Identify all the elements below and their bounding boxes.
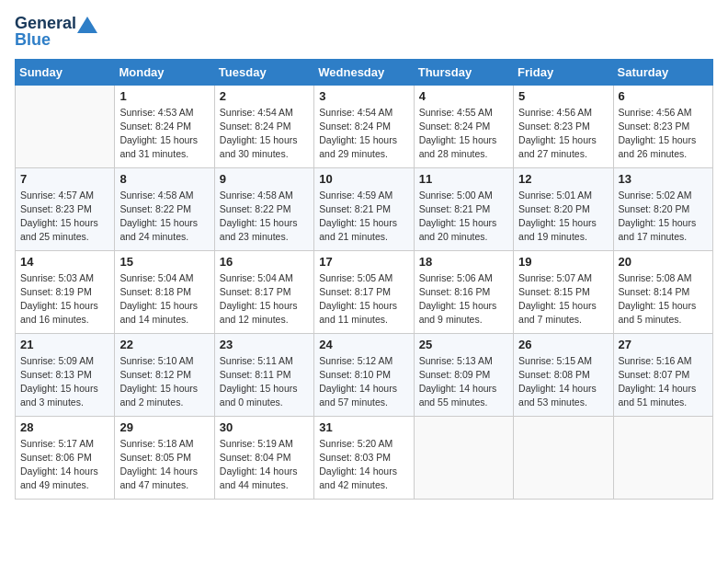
cell-day-number: 27 bbox=[619, 338, 708, 351]
cell-day-number: 9 bbox=[220, 172, 309, 186]
header-friday: Friday bbox=[514, 59, 613, 85]
cell-day-number: 23 bbox=[220, 338, 309, 351]
calendar-cell: 28Sunrise: 5:17 AM Sunset: 8:06 PM Dayli… bbox=[16, 416, 115, 499]
cell-day-number: 13 bbox=[619, 172, 708, 186]
header-monday: Monday bbox=[115, 59, 214, 85]
cell-day-number: 1 bbox=[119, 89, 209, 103]
calendar-cell: 23Sunrise: 5:11 AM Sunset: 8:11 PM Dayli… bbox=[214, 333, 313, 416]
header-sunday: Sunday bbox=[16, 59, 115, 85]
header-saturday: Saturday bbox=[613, 59, 712, 85]
calendar-cell: 7Sunrise: 4:57 AM Sunset: 8:23 PM Daylig… bbox=[16, 167, 115, 250]
calendar-week-3: 14Sunrise: 5:03 AM Sunset: 8:19 PM Dayli… bbox=[16, 250, 713, 333]
logo-text-blue: Blue bbox=[15, 31, 51, 50]
calendar-cell: 9Sunrise: 4:58 AM Sunset: 8:22 PM Daylig… bbox=[214, 167, 313, 250]
calendar-cell: 2Sunrise: 4:54 AM Sunset: 8:24 PM Daylig… bbox=[214, 85, 313, 167]
cell-day-number: 8 bbox=[119, 172, 209, 186]
calendar-cell bbox=[514, 416, 613, 499]
cell-info: Sunrise: 5:03 AM Sunset: 8:19 PM Dayligh… bbox=[20, 271, 109, 327]
calendar-table: SundayMondayTuesdayWednesdayThursdayFrid… bbox=[15, 59, 713, 500]
calendar-cell: 14Sunrise: 5:03 AM Sunset: 8:19 PM Dayli… bbox=[16, 250, 115, 333]
calendar-cell bbox=[414, 416, 513, 499]
calendar-cell: 21Sunrise: 5:09 AM Sunset: 8:13 PM Dayli… bbox=[16, 333, 115, 416]
calendar-body: 1Sunrise: 4:53 AM Sunset: 8:24 PM Daylig… bbox=[16, 85, 713, 499]
calendar-cell: 17Sunrise: 5:05 AM Sunset: 8:17 PM Dayli… bbox=[314, 250, 414, 333]
cell-day-number: 6 bbox=[619, 89, 708, 103]
cell-info: Sunrise: 5:17 AM Sunset: 8:06 PM Dayligh… bbox=[20, 437, 109, 493]
calendar-week-1: 1Sunrise: 4:53 AM Sunset: 8:24 PM Daylig… bbox=[16, 85, 713, 167]
cell-info: Sunrise: 4:56 AM Sunset: 8:23 PM Dayligh… bbox=[619, 106, 708, 162]
cell-day-number: 10 bbox=[319, 172, 408, 186]
cell-info: Sunrise: 5:04 AM Sunset: 8:17 PM Dayligh… bbox=[220, 271, 309, 327]
cell-info: Sunrise: 5:10 AM Sunset: 8:12 PM Dayligh… bbox=[119, 354, 209, 410]
cell-info: Sunrise: 5:07 AM Sunset: 8:15 PM Dayligh… bbox=[518, 271, 608, 327]
cell-day-number: 15 bbox=[119, 255, 209, 269]
cell-day-number: 25 bbox=[419, 338, 508, 351]
cell-info: Sunrise: 5:04 AM Sunset: 8:18 PM Dayligh… bbox=[119, 271, 209, 327]
cell-info: Sunrise: 5:13 AM Sunset: 8:09 PM Dayligh… bbox=[419, 354, 508, 410]
cell-day-number: 3 bbox=[319, 89, 408, 103]
calendar-cell: 13Sunrise: 5:02 AM Sunset: 8:20 PM Dayli… bbox=[613, 167, 712, 250]
calendar-cell: 20Sunrise: 5:08 AM Sunset: 8:14 PM Dayli… bbox=[613, 250, 712, 333]
cell-info: Sunrise: 4:54 AM Sunset: 8:24 PM Dayligh… bbox=[319, 106, 408, 162]
calendar-cell: 18Sunrise: 5:06 AM Sunset: 8:16 PM Dayli… bbox=[414, 250, 513, 333]
calendar-cell: 6Sunrise: 4:56 AM Sunset: 8:23 PM Daylig… bbox=[613, 85, 712, 167]
cell-day-number: 4 bbox=[419, 89, 508, 103]
calendar-cell: 1Sunrise: 4:53 AM Sunset: 8:24 PM Daylig… bbox=[115, 85, 214, 167]
cell-info: Sunrise: 5:16 AM Sunset: 8:07 PM Dayligh… bbox=[619, 354, 708, 410]
cell-day-number: 11 bbox=[419, 172, 508, 186]
calendar-cell: 15Sunrise: 5:04 AM Sunset: 8:18 PM Dayli… bbox=[115, 250, 214, 333]
cell-day-number: 20 bbox=[619, 255, 708, 269]
cell-day-number: 24 bbox=[319, 338, 408, 351]
cell-info: Sunrise: 5:09 AM Sunset: 8:13 PM Dayligh… bbox=[20, 354, 109, 410]
header-wednesday: Wednesday bbox=[314, 59, 414, 85]
cell-info: Sunrise: 4:54 AM Sunset: 8:24 PM Dayligh… bbox=[220, 106, 309, 162]
calendar-cell bbox=[16, 85, 115, 167]
cell-info: Sunrise: 5:15 AM Sunset: 8:08 PM Dayligh… bbox=[518, 354, 608, 410]
calendar-cell: 16Sunrise: 5:04 AM Sunset: 8:17 PM Dayli… bbox=[214, 250, 313, 333]
cell-info: Sunrise: 5:02 AM Sunset: 8:20 PM Dayligh… bbox=[619, 189, 708, 245]
calendar-week-2: 7Sunrise: 4:57 AM Sunset: 8:23 PM Daylig… bbox=[16, 167, 713, 250]
cell-day-number: 21 bbox=[20, 338, 109, 351]
cell-info: Sunrise: 5:18 AM Sunset: 8:05 PM Dayligh… bbox=[119, 437, 209, 493]
calendar-cell: 22Sunrise: 5:10 AM Sunset: 8:12 PM Dayli… bbox=[115, 333, 214, 416]
cell-info: Sunrise: 4:57 AM Sunset: 8:23 PM Dayligh… bbox=[20, 189, 109, 245]
calendar-cell: 25Sunrise: 5:13 AM Sunset: 8:09 PM Dayli… bbox=[414, 333, 513, 416]
calendar-cell: 19Sunrise: 5:07 AM Sunset: 8:15 PM Dayli… bbox=[514, 250, 613, 333]
cell-info: Sunrise: 5:01 AM Sunset: 8:20 PM Dayligh… bbox=[518, 189, 608, 245]
cell-day-number: 17 bbox=[319, 255, 408, 269]
calendar-cell: 8Sunrise: 4:58 AM Sunset: 8:22 PM Daylig… bbox=[115, 167, 214, 250]
cell-info: Sunrise: 5:12 AM Sunset: 8:10 PM Dayligh… bbox=[319, 354, 408, 410]
calendar-cell: 4Sunrise: 4:55 AM Sunset: 8:24 PM Daylig… bbox=[414, 85, 513, 167]
calendar-cell: 30Sunrise: 5:19 AM Sunset: 8:04 PM Dayli… bbox=[214, 416, 313, 499]
cell-day-number: 5 bbox=[518, 89, 608, 103]
calendar-header-row: SundayMondayTuesdayWednesdayThursdayFrid… bbox=[16, 59, 713, 85]
calendar-cell: 31Sunrise: 5:20 AM Sunset: 8:03 PM Dayli… bbox=[314, 416, 414, 499]
calendar-cell: 29Sunrise: 5:18 AM Sunset: 8:05 PM Dayli… bbox=[115, 416, 214, 499]
calendar-cell: 5Sunrise: 4:56 AM Sunset: 8:23 PM Daylig… bbox=[514, 85, 613, 167]
calendar-cell: 27Sunrise: 5:16 AM Sunset: 8:07 PM Dayli… bbox=[613, 333, 712, 416]
calendar-week-5: 28Sunrise: 5:17 AM Sunset: 8:06 PM Dayli… bbox=[16, 416, 713, 499]
calendar-cell: 10Sunrise: 4:59 AM Sunset: 8:21 PM Dayli… bbox=[314, 167, 414, 250]
header-thursday: Thursday bbox=[414, 59, 513, 85]
cell-day-number: 31 bbox=[319, 420, 408, 434]
cell-info: Sunrise: 5:20 AM Sunset: 8:03 PM Dayligh… bbox=[319, 437, 408, 493]
cell-day-number: 28 bbox=[20, 420, 109, 434]
cell-info: Sunrise: 5:08 AM Sunset: 8:14 PM Dayligh… bbox=[619, 271, 708, 327]
cell-info: Sunrise: 4:53 AM Sunset: 8:24 PM Dayligh… bbox=[119, 106, 209, 162]
page-header: General Blue bbox=[15, 15, 713, 50]
cell-day-number: 26 bbox=[518, 338, 608, 351]
logo: General Blue bbox=[15, 15, 97, 50]
calendar-cell: 26Sunrise: 5:15 AM Sunset: 8:08 PM Dayli… bbox=[514, 333, 613, 416]
cell-day-number: 7 bbox=[20, 172, 109, 186]
cell-day-number: 2 bbox=[220, 89, 309, 103]
calendar-week-4: 21Sunrise: 5:09 AM Sunset: 8:13 PM Dayli… bbox=[16, 333, 713, 416]
cell-info: Sunrise: 4:58 AM Sunset: 8:22 PM Dayligh… bbox=[119, 189, 209, 245]
cell-info: Sunrise: 4:56 AM Sunset: 8:23 PM Dayligh… bbox=[518, 106, 608, 162]
cell-info: Sunrise: 4:55 AM Sunset: 8:24 PM Dayligh… bbox=[419, 106, 508, 162]
logo-icon bbox=[77, 17, 97, 33]
calendar-cell: 3Sunrise: 4:54 AM Sunset: 8:24 PM Daylig… bbox=[314, 85, 414, 167]
cell-info: Sunrise: 4:58 AM Sunset: 8:22 PM Dayligh… bbox=[220, 189, 309, 245]
cell-info: Sunrise: 5:00 AM Sunset: 8:21 PM Dayligh… bbox=[419, 189, 508, 245]
header-tuesday: Tuesday bbox=[214, 59, 313, 85]
cell-day-number: 18 bbox=[419, 255, 508, 269]
